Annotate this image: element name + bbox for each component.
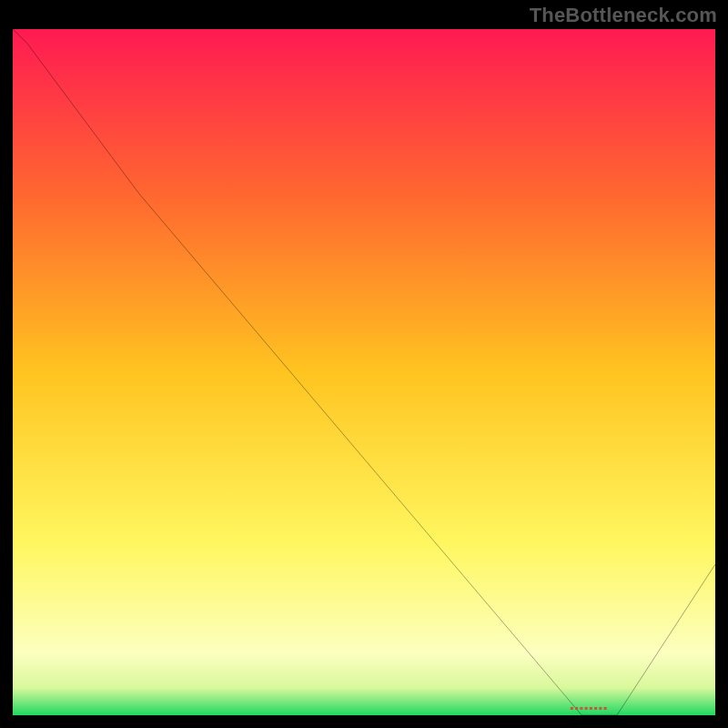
trough-marker: ▪▪▪▪▪▪▪▪ [570, 702, 608, 714]
chart-frame: TheBottleneck.com ▪▪▪▪▪▪▪▪ [0, 0, 728, 728]
watermark-text: TheBottleneck.com [530, 4, 717, 27]
chart-svg [13, 29, 715, 715]
plot-area: ▪▪▪▪▪▪▪▪ [13, 29, 715, 715]
gradient-background [13, 29, 715, 715]
